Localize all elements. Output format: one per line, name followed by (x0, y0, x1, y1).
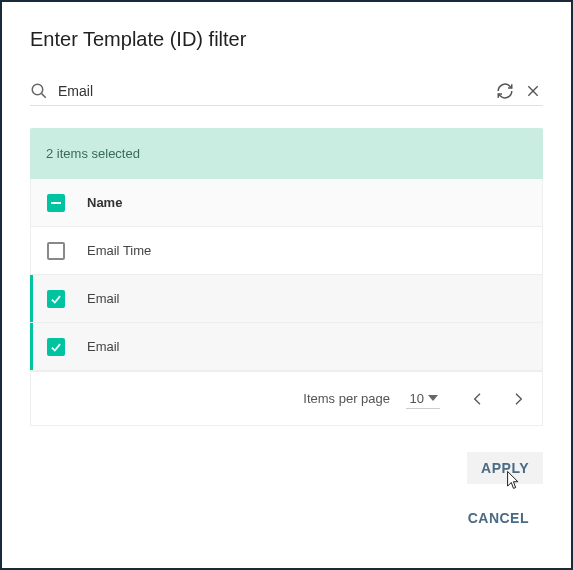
caret-down-icon (428, 393, 438, 403)
pager: Items per page 10 (30, 372, 543, 426)
table-row[interactable]: Email (31, 275, 542, 323)
clear-button[interactable] (523, 81, 543, 101)
apply-label: APPLY (481, 460, 529, 476)
items-per-page-label: Items per page (303, 391, 390, 406)
prev-page-button[interactable] (468, 389, 488, 409)
items-per-page-value: 10 (410, 391, 424, 406)
row-checkbox[interactable] (47, 242, 65, 260)
cancel-button[interactable]: CANCEL (454, 502, 543, 534)
close-icon (525, 83, 541, 99)
select-all-checkbox[interactable] (47, 194, 65, 212)
column-name: Name (87, 195, 122, 210)
dialog-actions: APPLY CANCEL (2, 426, 571, 552)
table-header: Name (31, 179, 542, 227)
selection-summary: 2 items selected (30, 128, 543, 179)
search-input[interactable] (56, 82, 487, 100)
row-checkbox[interactable] (47, 338, 65, 356)
table-row[interactable]: Email (31, 323, 542, 371)
refresh-button[interactable] (495, 81, 515, 101)
row-label: Email (87, 291, 120, 306)
chevron-left-icon (470, 391, 486, 407)
items-per-page-select[interactable]: 10 (406, 389, 440, 409)
search-icon (30, 82, 48, 100)
svg-point-0 (32, 84, 43, 95)
filter-dialog: Enter Template (ID) filter (2, 2, 571, 568)
next-page-button[interactable] (508, 389, 528, 409)
backdrop: Enter Template (ID) filter (0, 0, 573, 570)
svg-line-1 (42, 94, 46, 98)
table-row[interactable]: Email Time (31, 227, 542, 275)
row-checkbox[interactable] (47, 290, 65, 308)
dialog-title: Enter Template (ID) filter (30, 28, 543, 51)
row-label: Email (87, 339, 120, 354)
results-table: Name Email Time Email Email (30, 179, 543, 372)
refresh-icon (496, 82, 514, 100)
search-row (30, 81, 543, 106)
row-label: Email Time (87, 243, 151, 258)
apply-button[interactable]: APPLY (467, 452, 543, 484)
chevron-right-icon (510, 391, 526, 407)
